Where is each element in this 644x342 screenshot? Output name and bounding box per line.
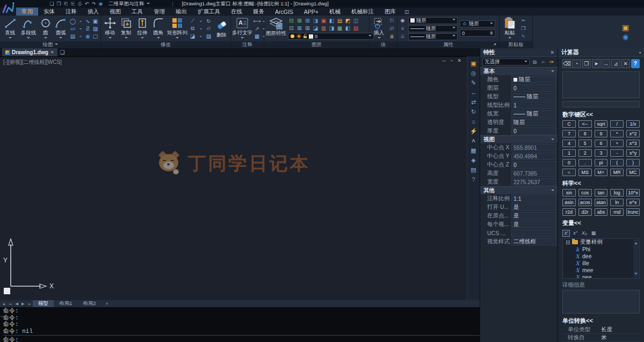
offset-icon[interactable]: ⧉ [189,25,196,32]
property-value[interactable]: 450.4994 [511,152,556,160]
polyline-edit-icon[interactable]: ✎ [471,80,476,86]
calc-key[interactable]: pi [595,159,608,166]
toggle-pickadd-icon[interactable]: ⧉ [531,59,538,66]
section-header-view[interactable]: 视图 [480,135,558,143]
mirror-icon[interactable]: ⌭ [205,25,212,32]
command-window[interactable]: ✕ 命令:命令:命令:命令: nil 命令: [0,307,480,342]
minimize-icon[interactable]: ─ [443,58,446,63]
property-row[interactable]: 注释比例 1:1 [480,194,558,203]
tree-scrollbar[interactable] [633,239,639,278]
donut-icon[interactable]: ◉ [84,33,91,40]
paste-button[interactable]: 粘贴 [501,17,518,40]
ribbon-tab[interactable]: 在线 [226,8,248,16]
ribbon-tab[interactable]: 图库 [379,8,401,16]
property-row[interactable]: 线宽 随层 [480,110,558,118]
delete-icon[interactable]: ✕ [621,59,630,68]
undo-icon[interactable]: ↶ [83,1,90,6]
calc-key[interactable]: . [578,159,592,166]
property-value[interactable]: 555.8901 [511,144,556,151]
expand-icon[interactable]: ▲ [1,302,7,305]
rotate-tool-icon[interactable]: ↻ [471,109,476,115]
calc-key[interactable]: x^2 [626,130,640,137]
layer-tool-icon[interactable]: ▧ [352,25,359,32]
panel-label-modify[interactable]: 修改 [101,41,230,48]
block-tool-icon[interactable]: ◈ [471,157,475,163]
property-value[interactable]: 1 [511,101,556,109]
chevron-down-icon[interactable] [79,28,82,31]
prev-tab-icon[interactable]: ◀ [15,302,19,306]
calc-key[interactable]: asin [562,199,576,206]
ribbon-tab[interactable]: 机械 [324,8,346,16]
variable-row[interactable]: X dee [563,253,639,260]
layer-tool-icon[interactable]: ▤ [336,17,343,24]
calc-key[interactable]: <-- [578,120,592,128]
calc-key[interactable]: x^y [626,149,640,157]
erase-button[interactable]: 删除 [214,19,229,39]
layer-tool-icon[interactable]: ▦ [336,25,343,32]
calc-key[interactable]: cos [578,189,592,197]
calc-key[interactable]: 1/x [626,120,640,128]
property-value[interactable]: 0 [511,161,556,169]
clear-icon[interactable]: ⌫ [562,59,571,68]
calc-key[interactable]: 7 [562,130,576,137]
calc-key[interactable]: acos [578,199,592,206]
calc-key[interactable]: 2 [578,149,592,157]
calc-key[interactable]: 10^x [626,189,640,197]
layer-tool-icon[interactable]: ◧ [344,25,351,32]
edit-variable-icon[interactable]: x″ [571,230,579,237]
history-icon[interactable]: ◔ [572,59,581,68]
ribbon-collapse-icon[interactable]: ◫ [404,8,409,16]
layer-tool-icon[interactable]: ⊟ [288,25,295,32]
stretch-button[interactable]: 拉伸 [135,17,149,40]
calc-key[interactable]: + [610,140,624,147]
calc-key[interactable]: ( [610,159,624,166]
calc-key[interactable]: MC [626,169,640,176]
calc-key[interactable]: trunc [626,208,640,216]
collapse-icon[interactable] [566,241,570,244]
calc-key[interactable]: = [562,169,576,176]
calc-key[interactable]: 6 [595,140,608,147]
layer-dropdown[interactable]: 0 [288,33,374,40]
spline-icon[interactable]: ∿ [84,18,91,25]
property-row[interactable]: 线型比例 1 [480,101,558,110]
move-button[interactable]: 移动 [103,17,117,40]
viewport-controls[interactable]: [-][俯视][二维线框][WCS] [3,59,62,66]
document-tab[interactable]: Drawing1.dwg ✕ [2,48,57,56]
insert-block-button[interactable]: 插入 [371,17,387,40]
ribbon-tab[interactable]: 扩展工具 [192,8,226,16]
numpad-section-label[interactable]: 数字键区<< [558,107,644,120]
property-row[interactable]: 中心点 Y 450.4994 [480,152,558,161]
explode-icon[interactable]: ▨ [205,33,212,40]
layer-tool-icon[interactable]: ▣ [320,17,327,24]
dialog-launcher-icon[interactable] [494,42,498,47]
help-sphere-icon[interactable]: ◉ [622,33,629,40]
help-icon[interactable]: ? [631,59,640,68]
calc-key[interactable]: atan [595,199,608,206]
image-tool-icon[interactable]: ▣ [471,61,476,67]
calc-key[interactable]: 8 [578,130,592,137]
ribbon-tab[interactable]: 插入 [82,8,104,16]
region-icon[interactable]: ▣ [92,18,99,25]
lightning-tool-icon[interactable]: ⚡ [470,128,477,134]
calc-key[interactable]: d2r [578,208,592,216]
calculator-display[interactable] [562,71,640,98]
plot-style-dropdown[interactable]: ⎙ 随层 [460,20,495,27]
chevron-down-icon[interactable] [79,21,82,23]
calc-key[interactable]: e^x [626,199,640,206]
close-icon[interactable]: ✕ [457,58,461,63]
measure-angle-icon[interactable]: ⊿ [611,59,620,68]
layer-properties-button[interactable]: 图层特性 [266,17,286,37]
restore-icon[interactable]: ▫ [451,58,452,63]
ribbon-tab[interactable]: 管理 [148,8,170,16]
layer-tool-icon[interactable]: ◫ [352,17,359,24]
section-header-other[interactable]: 其他 [480,186,558,194]
plot-icon[interactable]: ⎙ [76,1,83,7]
ribbon-tab[interactable]: 输出 [170,8,192,16]
calc-key[interactable]: MR [610,169,624,176]
variable-row[interactable]: k Phi [563,246,639,253]
close-icon[interactable]: ✕ [50,50,54,55]
property-value[interactable]: 随层 [511,119,556,126]
save-as-icon[interactable]: ⎘ [69,1,76,7]
ellipse-icon[interactable]: ◯ [69,18,76,25]
calc-key[interactable]: MS [578,169,592,176]
